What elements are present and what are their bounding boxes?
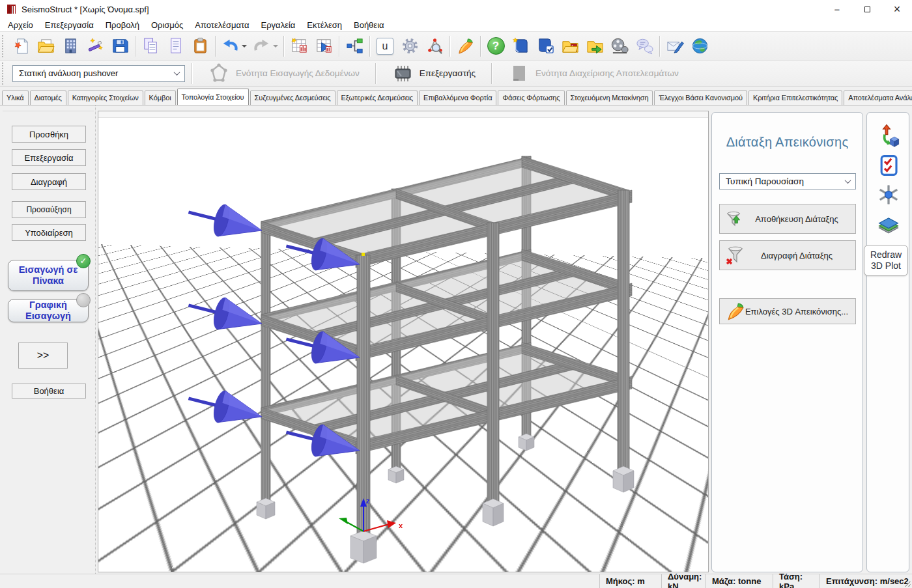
table-run-button[interactable]	[311, 33, 336, 59]
options-3d-button[interactable]: Επιλογές 3D Απεικόνισης...	[719, 298, 856, 324]
new-file-button[interactable]	[8, 33, 33, 59]
maximize-button[interactable]	[852, 0, 882, 18]
title-bar: SeismoStruct * [Χωρίς Όνομα.spf] − ×	[0, 0, 912, 18]
node-axes-button[interactable]	[876, 182, 902, 208]
close-button[interactable]: ×	[882, 0, 912, 18]
export-folder-button[interactable]	[582, 33, 607, 59]
sidebar-help-button[interactable]: Βοήθεια	[12, 384, 86, 399]
model-search-button[interactable]	[422, 33, 447, 59]
hierarchy-icon	[345, 36, 364, 55]
report-page-button[interactable]	[163, 33, 188, 59]
tab-performance-criteria[interactable]: Κριτήρια Επιτελεστικότητας	[748, 91, 842, 105]
view-tools-rail: Redraw 3D Plot	[866, 112, 909, 572]
menu-run[interactable]: Εκτέλεση	[301, 19, 348, 31]
help-button[interactable]: ?	[483, 33, 508, 59]
undo-dropdown-icon[interactable]	[242, 45, 247, 48]
minimize-button[interactable]: −	[822, 0, 852, 18]
seismostruct-window: SeismoStruct * [Χωρίς Όνομα.spf] − × Αρχ…	[0, 0, 912, 588]
tab-element-classes[interactable]: Κατηγορίες Στοιχείων	[68, 91, 143, 105]
toolbar2-grip[interactable]	[2, 63, 7, 85]
add-button[interactable]: Προσθήκη	[12, 126, 86, 143]
paste-button[interactable]	[188, 33, 212, 59]
processor-button[interactable]: Επεξεργαστής	[382, 61, 485, 86]
menu-help[interactable]: Βοήθεια	[348, 19, 390, 31]
menu-edit[interactable]: Επεξεργασία	[39, 19, 100, 31]
report-folder-button[interactable]	[558, 33, 582, 59]
book-check-icon	[536, 36, 555, 55]
checklist-button[interactable]	[876, 152, 902, 178]
tab-nodes[interactable]: Κόμβοι	[145, 91, 176, 105]
globe-icon	[691, 36, 709, 55]
selected-node-marker	[362, 253, 365, 256]
copy-button[interactable]	[138, 33, 163, 59]
window-title: SeismoStruct * [Χωρίς Όνομα.spf]	[21, 5, 149, 14]
chevron-down-icon	[845, 177, 851, 184]
tab-target-displacement[interactable]: Στοχευόμενη Μετακίνηση	[566, 91, 653, 105]
tab-code-checks[interactable]: Έλεγχοι Βάσει Κανονισμού	[654, 91, 747, 105]
website-button[interactable]	[687, 33, 712, 59]
save-layout-button[interactable]: Αποθήκευση Διάταξης	[719, 204, 856, 234]
resize-grip[interactable]	[904, 580, 911, 587]
hierarchy-button[interactable]	[342, 33, 367, 59]
analysis-type-value: Στατική ανάλυση pushover	[19, 68, 118, 78]
processor-label: Επεξεργαστής	[420, 68, 476, 78]
feedback-button[interactable]	[632, 33, 657, 59]
building-button[interactable]	[58, 33, 83, 59]
email-button[interactable]	[663, 33, 687, 59]
redo-button[interactable]	[249, 33, 281, 59]
help-icon: ?	[487, 37, 505, 55]
post-processor-button: Ενότητα Διαχείρισης Αποτελεσμάτων	[498, 61, 688, 86]
table-input-button[interactable]: Εισαγωγή σε Πίνακα ✓	[8, 260, 89, 291]
checklist-icon	[877, 154, 900, 177]
model-3d-viewport[interactable]: z x	[98, 111, 709, 572]
expand-button[interactable]: >>	[18, 343, 68, 369]
delete-layout-button[interactable]: Διαγραφή Διάταξης	[719, 240, 856, 270]
status-stress-units: Τάση: kPa	[773, 574, 819, 588]
menu-file[interactable]: Αρχείο	[2, 19, 39, 31]
manual-button[interactable]	[508, 33, 533, 59]
units-button[interactable]: u	[373, 33, 397, 59]
graphical-input-button[interactable]: Γραφική Εισαγωγή	[8, 299, 89, 322]
redo-dropdown-icon[interactable]	[273, 45, 278, 48]
analysis-type-select[interactable]: Στατική ανάλυση pushover	[12, 65, 185, 82]
panel-title: Διάταξη Απεικόνισης	[712, 135, 862, 150]
minimize-icon: −	[834, 4, 840, 15]
display-layout-panel: Διάταξη Απεικόνισης Τυπική Παρουσίαση Απ…	[711, 112, 863, 572]
layout-preset-select[interactable]: Τυπική Παρουσίαση	[719, 173, 856, 189]
layers-button[interactable]	[876, 211, 902, 237]
display-options-button[interactable]	[453, 33, 477, 59]
sidebar: Προσθήκη Επεξεργασία Διαγραφή Προσαύξηση…	[3, 111, 94, 567]
subdivide-button[interactable]: Υποδιαίρεση	[12, 224, 86, 241]
movie-button[interactable]	[607, 33, 632, 59]
open-folder-button[interactable]	[33, 33, 58, 59]
tab-constraints[interactable]: Συζευγμένες Δεσμεύσεις	[250, 91, 335, 105]
table-star-button[interactable]	[287, 33, 311, 59]
wizard-button[interactable]	[83, 33, 107, 59]
axis-triad-icon: z x	[339, 497, 403, 531]
deformed-shape-button[interactable]	[876, 123, 902, 149]
toolbar-grip[interactable]	[2, 35, 7, 57]
settings-button[interactable]	[397, 33, 422, 59]
redraw-3d-plot-button[interactable]: Redraw 3D Plot	[864, 245, 908, 276]
status-bar: Μήκος: m Δύναμη: kN Μάζα: tonne Τάση: kP…	[0, 574, 912, 588]
increment-button[interactable]: Προσαύξηση	[12, 201, 86, 218]
tab-loading-phases[interactable]: Φάσεις Φόρτωσης	[498, 91, 564, 105]
tab-materials[interactable]: Υλικά	[2, 91, 29, 105]
layers-icon	[877, 212, 900, 236]
verification-button[interactable]	[533, 33, 558, 59]
delete-button[interactable]: Διαγραφή	[12, 173, 86, 190]
table-play-icon	[315, 36, 334, 55]
tab-analysis-output[interactable]: Αποτελέσματα Ανάλυσης	[844, 91, 912, 105]
edit-button[interactable]: Επεξεργασία	[12, 149, 86, 166]
tab-restraints[interactable]: Εξωτερικές Δεσμεύσεις	[337, 91, 418, 105]
undo-button[interactable]	[218, 33, 249, 59]
tab-sections[interactable]: Διατομές	[30, 91, 66, 105]
sidebar-splitter[interactable]	[95, 105, 97, 574]
save-button[interactable]	[107, 33, 132, 59]
menu-tools[interactable]: Εργαλεία	[255, 19, 302, 31]
tab-element-connectivity[interactable]: Τοπολογία Στοιχείου	[177, 89, 249, 105]
menu-results[interactable]: Αποτελέσματα	[189, 19, 255, 31]
menu-view[interactable]: Προβολή	[100, 19, 145, 31]
menu-define[interactable]: Ορισμός	[145, 19, 189, 31]
tab-applied-loads[interactable]: Επιβαλλόμενα Φορτία	[419, 91, 496, 105]
